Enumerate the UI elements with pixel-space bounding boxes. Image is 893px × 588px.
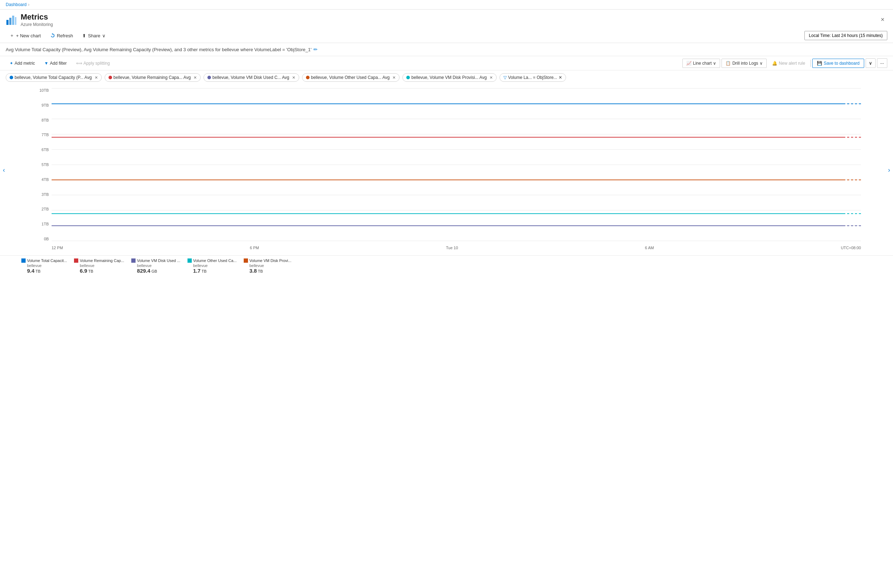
grid-line bbox=[51, 165, 861, 165]
toolbar-divider bbox=[810, 60, 811, 67]
svg-rect-0 bbox=[6, 20, 9, 25]
chart-line bbox=[51, 213, 843, 214]
apply-splitting-button[interactable]: ⟺ Apply splitting bbox=[72, 58, 114, 68]
app-icon bbox=[6, 14, 17, 26]
legend-item: Volume Remaining Cap... bellevue 6.9 TB bbox=[74, 258, 124, 274]
y-axis-label: 7TB bbox=[42, 133, 49, 137]
metric-tag: bellevue, Volume VM Disk Used C... Avg✕ bbox=[203, 73, 299, 82]
legend-item: Volume VM Disk Used ... bellevue 829.4 G… bbox=[131, 258, 180, 274]
metric-tag: bellevue, Volume Other Used Capa... Avg✕ bbox=[302, 73, 400, 82]
chart-area: 10TB9TB8TB7TB6TB5TB4TB3TB2TB1TB0B 12 PM6… bbox=[11, 85, 882, 255]
legend-item: Volume Total Capacit... bellevue 9.4 TB bbox=[21, 258, 67, 274]
y-axis-label: 4TB bbox=[42, 177, 49, 182]
remove-tag-button[interactable]: ✕ bbox=[490, 75, 493, 80]
split-icon: ⟺ bbox=[76, 61, 82, 66]
chart-title-bar: Avg Volume Total Capacity (Preview), Avg… bbox=[0, 43, 893, 56]
remove-tag-button[interactable]: ✕ bbox=[292, 75, 295, 80]
y-axis-label: 10TB bbox=[39, 88, 49, 92]
remove-tag-button[interactable]: ✕ bbox=[95, 75, 98, 80]
y-axis-label: 2TB bbox=[42, 207, 49, 211]
tag-color-dot bbox=[306, 76, 310, 79]
legend-sub: bellevue bbox=[131, 263, 180, 268]
legend-unit: TB bbox=[257, 269, 263, 273]
line-chart-button[interactable]: 📈 Line chart ∨ bbox=[683, 58, 720, 68]
grid-line bbox=[51, 134, 861, 134]
y-axis: 10TB9TB8TB7TB6TB5TB4TB3TB2TB1TB0B bbox=[32, 88, 51, 241]
breadcrumb[interactable]: Dashboard › bbox=[6, 2, 30, 7]
y-axis-label: 5TB bbox=[42, 162, 49, 167]
legend-unit: TB bbox=[201, 269, 207, 273]
add-metric-label: Add metric bbox=[15, 61, 35, 66]
drill-logs-label: Drill into Logs bbox=[732, 61, 758, 66]
alert-icon: 🔔 bbox=[772, 61, 777, 66]
drill-into-logs-button[interactable]: 📋 Drill into Logs ∨ bbox=[722, 58, 767, 68]
legend-item: Volume VM Disk Provi... bellevue 3.8 TB bbox=[244, 258, 292, 274]
chart-toolbar: ✦ Add metric ▼ Add filter ⟺ Apply splitt… bbox=[0, 56, 893, 70]
grid-line bbox=[51, 241, 861, 241]
add-filter-label: Add filter bbox=[50, 61, 66, 66]
breadcrumb-sep: › bbox=[28, 2, 30, 7]
y-axis-label: 0B bbox=[44, 237, 49, 241]
expand-button[interactable]: ∨ bbox=[866, 58, 876, 68]
x-axis-label: Tue 10 bbox=[446, 246, 458, 250]
legend-name: Volume Remaining Cap... bbox=[80, 258, 124, 263]
filter-tag-label: Volume La... = ObjStore... bbox=[508, 75, 557, 80]
close-button[interactable]: × bbox=[878, 15, 887, 25]
tag-color-dot bbox=[406, 76, 410, 79]
legend-unit: TB bbox=[35, 269, 41, 273]
legend-sub: bellevue bbox=[74, 263, 124, 268]
edit-icon[interactable]: ✏ bbox=[313, 46, 318, 52]
new-alert-rule-button[interactable]: 🔔 New alert rule bbox=[768, 58, 809, 68]
legend-sub: bellevue bbox=[244, 263, 292, 268]
more-options-button[interactable]: ··· bbox=[877, 58, 887, 68]
legend-color-bar bbox=[131, 258, 135, 263]
refresh-button[interactable]: Refresh bbox=[46, 31, 77, 40]
share-button[interactable]: ⬆ Share ∨ bbox=[78, 31, 110, 40]
filter-tag: ▽Volume La... = ObjStore...✕ bbox=[499, 73, 566, 82]
page-subtitle: Azure Monitoring bbox=[21, 22, 53, 27]
tag-color-dot bbox=[10, 76, 13, 79]
svg-rect-1 bbox=[9, 18, 11, 25]
remove-tag-button[interactable]: ✕ bbox=[392, 75, 395, 80]
chart-container: 10TB9TB8TB7TB6TB5TB4TB3TB2TB1TB0B 12 PM6… bbox=[32, 88, 864, 252]
dropdown2-icon: ∨ bbox=[759, 61, 763, 66]
chart-title-text: Avg Volume Total Capacity (Preview), Avg… bbox=[6, 47, 311, 52]
tag-label: bellevue, Volume VM Disk Used C... Avg bbox=[212, 75, 289, 80]
nav-left-button[interactable]: ‹ bbox=[0, 164, 8, 177]
time-range-button[interactable]: Local Time: Last 24 hours (15 minutes) bbox=[804, 31, 887, 40]
y-axis-label: 6TB bbox=[42, 147, 49, 152]
legend-name: Volume VM Disk Provi... bbox=[250, 258, 292, 263]
chart-line-dashed bbox=[843, 225, 861, 226]
legend-value: 3.8 TB bbox=[244, 268, 292, 274]
add-filter-button[interactable]: ▼ Add filter bbox=[40, 58, 71, 68]
svg-rect-3 bbox=[15, 17, 17, 25]
x-axis-label: 6 PM bbox=[250, 246, 259, 250]
add-metric-button[interactable]: ✦ Add metric bbox=[6, 58, 39, 68]
legend-name: Volume VM Disk Used ... bbox=[137, 258, 180, 263]
dropdown-icon: ∨ bbox=[713, 61, 716, 66]
legend-name: Volume Other Used Ca... bbox=[193, 258, 237, 263]
add-metric-icon: ✦ bbox=[10, 61, 13, 66]
tag-label: bellevue, Volume Remaining Capa... Avg bbox=[113, 75, 191, 80]
chart-line bbox=[51, 225, 843, 226]
remove-tag-button[interactable]: ✕ bbox=[194, 75, 197, 80]
legend-header: Volume VM Disk Used ... bbox=[131, 258, 180, 263]
chart-line-dashed bbox=[843, 180, 861, 180]
apply-splitting-label: Apply splitting bbox=[84, 61, 110, 66]
legend-value: 1.7 TB bbox=[188, 268, 237, 274]
legend-color-bar bbox=[74, 258, 78, 263]
legend-sub: bellevue bbox=[21, 263, 67, 268]
tag-color-dot bbox=[108, 76, 112, 79]
nav-right-button[interactable]: › bbox=[885, 164, 893, 177]
legend-value: 829.4 GB bbox=[131, 268, 180, 274]
grid-line bbox=[51, 149, 861, 150]
save-to-dashboard-button[interactable]: 💾 Save to dashboard bbox=[812, 58, 864, 68]
legend-unit: TB bbox=[87, 269, 93, 273]
line-chart-label: Line chart bbox=[693, 61, 712, 66]
chart-line-dashed bbox=[843, 213, 861, 214]
new-chart-label: + New chart bbox=[16, 33, 41, 38]
remove-filter-button[interactable]: ✕ bbox=[559, 75, 562, 80]
tag-label: bellevue, Volume VM Disk Provisi... Avg bbox=[411, 75, 487, 80]
share-icon: ⬆ bbox=[82, 33, 86, 38]
new-chart-button[interactable]: ＋ + New chart bbox=[6, 31, 45, 40]
